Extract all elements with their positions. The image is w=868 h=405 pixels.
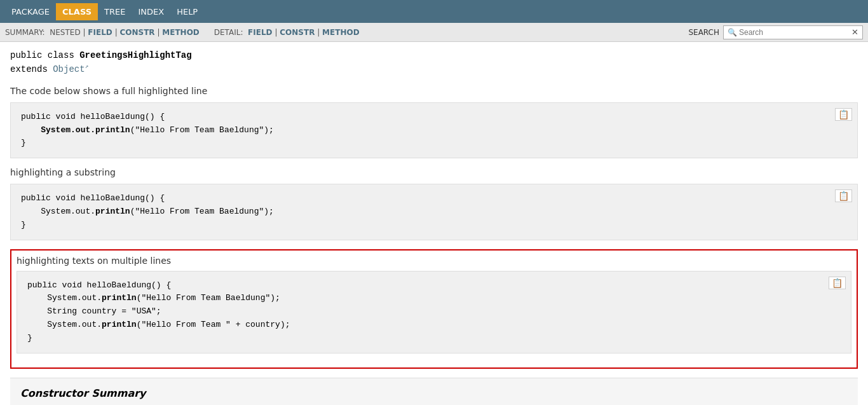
external-link-icon: ↗ — [85, 64, 88, 71]
nav-tree[interactable]: TREE — [98, 3, 132, 20]
main-content: public class GreetingsHighlightTag exten… — [0, 42, 868, 405]
code-block-1: public void helloBaeldung() { System.out… — [10, 102, 858, 158]
search-clear-button[interactable]: ✕ — [851, 27, 858, 37]
detail-label: DETAIL: — [214, 28, 246, 37]
search-label: SEARCH — [688, 28, 719, 37]
field-detail-link[interactable]: FIELD — [248, 28, 272, 37]
class-name: GreetingsHighlightTag — [79, 50, 191, 60]
copy-button-2[interactable]: 📋 — [835, 189, 852, 202]
nav-package[interactable]: PACKAGE — [5, 3, 56, 20]
search-icon: 🔍 — [728, 28, 737, 37]
constr-detail-link[interactable]: CONSTR — [280, 28, 315, 37]
section2-description: highlighting a substring — [10, 167, 858, 177]
section3-red-border: highlighting texts on multiple lines pub… — [10, 249, 858, 369]
nested-label: NESTED — [50, 28, 80, 37]
search-area: SEARCH 🔍 ✕ — [688, 25, 863, 39]
constructor-summary-section: Constructor Summary Constructors — [10, 378, 858, 405]
method-summary-link[interactable]: METHOD — [162, 28, 200, 37]
section1-description: The code below shows a full highlighted … — [10, 86, 858, 96]
copy-button-1[interactable]: 📋 — [835, 108, 852, 121]
extends-prefix: extends — [10, 64, 53, 74]
copy-button-3[interactable]: 📋 — [829, 277, 846, 289]
search-input[interactable] — [739, 28, 851, 37]
code-content-2: public void helloBaeldung() { System.out… — [21, 192, 832, 231]
code-content-3: public void helloBaeldung() { System.out… — [27, 279, 825, 345]
sub-nav-links: SUMMARY: NESTED | FIELD | CONSTR | METHO… — [5, 28, 360, 37]
method-detail-link[interactable]: METHOD — [322, 28, 360, 37]
constructor-summary-title: Constructor Summary — [20, 387, 848, 399]
class-declaration-line2: extends Object↗ — [10, 62, 858, 76]
top-navigation: PACKAGE CLASS TREE INDEX HELP — [0, 0, 868, 23]
class-declaration-line1: public class GreetingsHighlightTag — [10, 48, 858, 62]
object-link[interactable]: Object↗ — [53, 64, 88, 74]
search-box-container: 🔍 ✕ — [723, 25, 863, 39]
field-summary-link[interactable]: FIELD — [88, 28, 112, 37]
section3-description: highlighting texts on multiple lines — [17, 256, 851, 266]
code-block-3: public void helloBaeldung() { System.out… — [17, 271, 851, 354]
nav-help[interactable]: HELP — [170, 3, 204, 20]
sep6: | — [317, 28, 322, 37]
class-declaration: public class GreetingsHighlightTag exten… — [10, 48, 858, 77]
nav-class[interactable]: CLASS — [56, 3, 98, 20]
nav-index[interactable]: INDEX — [132, 3, 170, 20]
summary-label: SUMMARY: — [5, 28, 47, 37]
sub-navigation: SUMMARY: NESTED | FIELD | CONSTR | METHO… — [0, 23, 868, 42]
code-block-2: public void helloBaeldung() { System.out… — [10, 184, 858, 240]
sep4 — [202, 28, 212, 37]
code-content-1: public void helloBaeldung() { System.out… — [21, 111, 832, 150]
public-class-prefix: public class — [10, 50, 79, 60]
constr-summary-link[interactable]: CONSTR — [119, 28, 154, 37]
